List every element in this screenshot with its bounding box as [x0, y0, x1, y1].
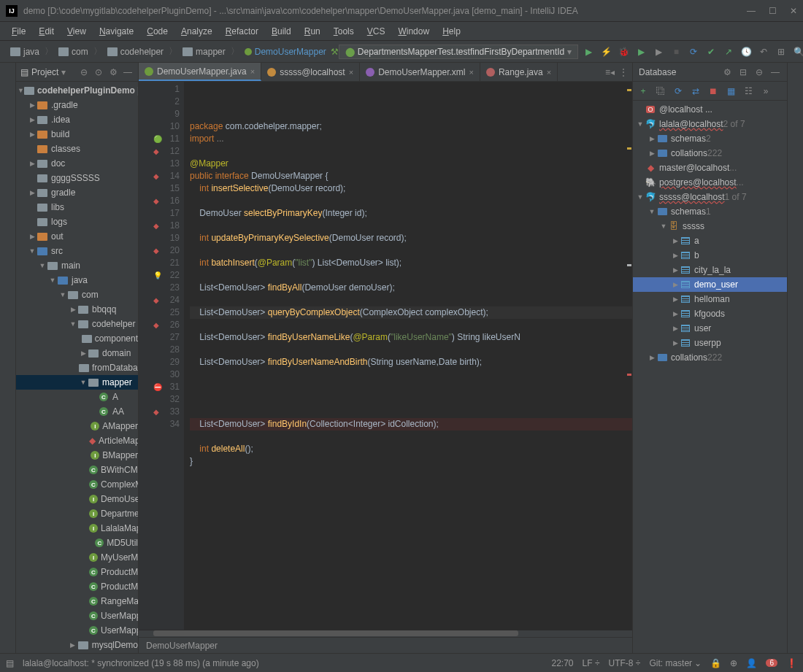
database-tree[interactable]: O@localhost ...▼🐬lalala@localhost 2 of 7…	[633, 101, 787, 653]
close-icon[interactable]: ×	[547, 68, 551, 77]
hide-icon[interactable]: —	[769, 66, 781, 78]
tree-node[interactable]: ▶mysqlDemo	[16, 638, 138, 652]
db-node[interactable]: 🐘postgres@localhost ...	[633, 175, 787, 190]
tree-node[interactable]: IMyUserMapper	[16, 550, 138, 565]
close-icon[interactable]: ×	[469, 68, 474, 77]
tree-root[interactable]: ▼ codehelperPluginDemo [demo]	[16, 83, 138, 98]
db-node[interactable]: ▶user	[633, 321, 787, 336]
tree-node[interactable]: ILalalaMapper	[16, 521, 138, 536]
db-node[interactable]: ▼🐬lalala@localhost 2 of 7	[633, 117, 787, 131]
arrow-icon[interactable]: ▶	[671, 325, 680, 332]
arrow-icon[interactable]: ▼	[58, 291, 67, 298]
db-node[interactable]: O@localhost ...	[633, 102, 787, 117]
profile-icon[interactable]: ▶	[653, 46, 664, 58]
tree-node[interactable]: ▶bbqqq	[16, 302, 138, 317]
db-node[interactable]: ▶a	[633, 233, 787, 248]
gutter-mark-icon[interactable]: 💡	[153, 269, 162, 282]
bug-icon[interactable]: 🐞	[618, 46, 629, 58]
collapse-icon[interactable]: ⊖	[78, 66, 90, 78]
arrow-icon[interactable]: ▶	[671, 237, 680, 244]
encoding[interactable]: UTF-8 ÷	[608, 658, 640, 668]
vcs-commit-icon[interactable]: ✔	[705, 46, 717, 58]
sync-icon[interactable]: ⇄	[690, 85, 702, 97]
arrow-icon[interactable]: ▶	[671, 310, 680, 317]
tree-node[interactable]: ▶.idea	[16, 112, 138, 127]
tree-node[interactable]: classes	[16, 142, 138, 156]
db-node[interactable]: ▶collations 222	[633, 146, 787, 161]
db-node[interactable]: ▼schemas 1	[633, 204, 787, 219]
tree-node[interactable]: IDepartmentsMapper	[16, 506, 138, 521]
tree-node[interactable]: ▼mapper	[16, 375, 138, 390]
copy-icon[interactable]: ⿻	[655, 85, 666, 97]
menu-file[interactable]: File	[6, 24, 31, 39]
arrow-icon[interactable]: ▶	[28, 116, 36, 123]
hscrollbar[interactable]	[139, 630, 632, 637]
arrow-icon[interactable]: ▼	[28, 247, 36, 255]
vcs-push-icon[interactable]: ↗	[723, 46, 734, 58]
arrow-icon[interactable]: ▶	[28, 189, 36, 196]
tree-node[interactable]: CBWithCMapper	[16, 463, 138, 477]
tree-node[interactable]: ▼src	[16, 244, 138, 258]
arrow-icon[interactable]: ▼	[48, 277, 57, 284]
code-line[interactable]	[190, 269, 632, 282]
db-node[interactable]: ▼🗄sssss	[633, 219, 787, 233]
split-icon[interactable]: ⊟	[737, 66, 749, 78]
refresh-icon[interactable]: ⟳	[672, 85, 684, 97]
stop-icon[interactable]: ■	[670, 46, 682, 58]
gutter-mark-icon[interactable]: 🟢	[153, 133, 162, 145]
tree-node[interactable]: IBMapper	[16, 448, 138, 463]
tree-node[interactable]: IDemoUserMapper	[16, 492, 138, 506]
memory-icon[interactable]: ⊕	[730, 658, 737, 668]
db-node[interactable]: ▶helloman	[633, 292, 787, 306]
tree-node[interactable]: ◆ArticleMapper	[16, 433, 138, 448]
breadcrumb-java[interactable]: java	[6, 45, 44, 58]
coverage-icon[interactable]: ▶	[635, 46, 647, 58]
arrow-icon[interactable]: ▶	[671, 281, 680, 288]
code-line[interactable]: List<DemoUser> findByUserNameLike(@Param…	[190, 331, 632, 344]
sync-status-icon[interactable]: ▤	[6, 658, 14, 668]
stop-icon[interactable]: ⏹	[707, 85, 719, 97]
gutter-mark-icon[interactable]: ◆	[153, 170, 159, 182]
arrow-icon[interactable]: ▶	[28, 131, 36, 138]
gear-icon[interactable]: ⚙	[721, 66, 733, 78]
code-line[interactable]: int updateByPrimaryKeySelective(DemoUser…	[190, 232, 632, 244]
code-line[interactable]	[190, 244, 632, 257]
code-area[interactable]: package com.codehelper.mapper;import ...…	[184, 82, 632, 630]
arrow-icon[interactable]: ▶	[28, 233, 36, 240]
arrow-icon[interactable]: ▼	[38, 262, 47, 269]
code-line[interactable]	[190, 368, 632, 381]
gutter-mark-icon[interactable]: ⛔	[153, 381, 162, 393]
cursor-position[interactable]: 22:70	[552, 658, 574, 668]
db-node[interactable]: ▶b	[633, 248, 787, 263]
code-line[interactable]: DemoUser selectByPrimaryKey(Integer id);	[190, 207, 632, 220]
arrow-icon[interactable]: ▼	[79, 379, 88, 386]
code-line[interactable]: package com.codehelper.mapper;	[190, 120, 632, 133]
menu-analyze[interactable]: Analyze	[175, 24, 218, 39]
tree-node[interactable]: CComplexMapper	[16, 477, 138, 492]
menu-edit[interactable]: Edit	[33, 24, 60, 39]
code-line[interactable]: List<DemoUser> queryByComplexObject(Comp…	[190, 306, 632, 319]
breadcrumb-codehelper[interactable]: codehelper	[103, 45, 168, 58]
gutter-mark-icon[interactable]: ◆	[153, 294, 159, 306]
vcs-history-icon[interactable]: 🕓	[740, 46, 752, 58]
tree-node[interactable]: ▼main	[16, 258, 138, 273]
code-line[interactable]: int insertSelective(DemoUser record);	[190, 182, 632, 195]
tree-node[interactable]: ▼java	[16, 273, 138, 287]
db-node[interactable]: ▶collations 222	[633, 350, 787, 365]
menu-window[interactable]: Window	[392, 24, 435, 39]
tree-node[interactable]: CMD5Util	[16, 536, 138, 550]
menu-run[interactable]: Run	[299, 24, 326, 39]
code-line[interactable]	[190, 145, 632, 158]
tree-node[interactable]: CAA	[16, 404, 138, 419]
add-icon[interactable]: +	[637, 85, 649, 97]
notification-badge[interactable]: 6	[766, 659, 777, 667]
tree-node[interactable]: ggggSSSSS	[16, 171, 138, 185]
project-tree[interactable]: ▼ codehelperPluginDemo [demo] ▶.gradle▶.…	[16, 82, 138, 653]
code-line[interactable]	[190, 381, 632, 393]
target-icon[interactable]: ⊙	[93, 66, 104, 78]
code-line[interactable]: int batchInsert(@Param("list") List<Demo…	[190, 257, 632, 269]
tab[interactable]: DemoUserMapper.xml×	[360, 63, 480, 81]
tree-node[interactable]: ▶build	[16, 127, 138, 142]
hammer-icon[interactable]: ⚒	[331, 46, 339, 58]
arrow-icon[interactable]: ▶	[28, 101, 36, 109]
